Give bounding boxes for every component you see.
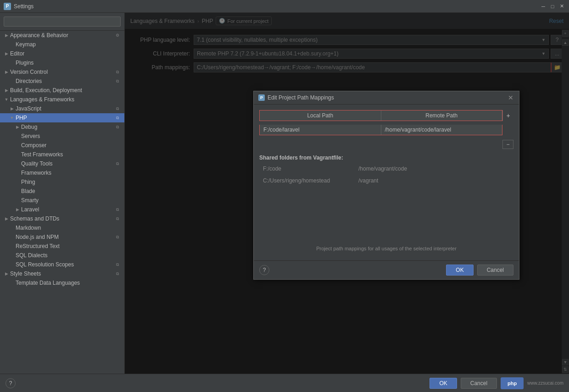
- content-area: Languages & Frameworks › PHP 🕐 For curre…: [125, 13, 569, 374]
- window-title: Settings: [14, 3, 33, 10]
- sidebar-item-javascript[interactable]: ▶ JavaScript ⧉: [0, 104, 124, 113]
- sidebar-item-label: Smarty: [21, 197, 121, 204]
- sidebar-item-label: Composer: [21, 142, 121, 149]
- modal-ok-button[interactable]: OK: [446, 265, 473, 276]
- sidebar-item-smarty[interactable]: Smarty: [0, 196, 124, 205]
- edit-path-mappings-modal: P Edit Project Path Mappings ✕ Local Pat…: [253, 91, 519, 280]
- main-layout: ▶ Appearance & Behavior ⚙ Keymap ▶ Edito…: [0, 13, 569, 374]
- expand-arrow: ▼: [4, 97, 9, 102]
- modal-title: Edit Project Path Mappings: [268, 94, 504, 101]
- sidebar-item-plugins[interactable]: Plugins: [0, 58, 124, 67]
- sidebar-item-test-frameworks[interactable]: Test Frameworks: [0, 150, 124, 159]
- sidebar-item-laravel[interactable]: ▶ Laravel ⧉: [0, 205, 124, 214]
- remote-path-cell[interactable]: /home/vagrant/code/laravel: [381, 125, 502, 135]
- sidebar: ▶ Appearance & Behavior ⚙ Keymap ▶ Edito…: [0, 13, 125, 374]
- no-arrow: [15, 161, 20, 166]
- sidebar-item-markdown[interactable]: Markdown: [0, 223, 124, 232]
- sidebar-item-label: Plugins: [16, 59, 121, 66]
- minimize-button[interactable]: ─: [540, 3, 547, 10]
- no-arrow: [15, 188, 20, 194]
- modal-title-bar: P Edit Project Path Mappings ✕: [254, 91, 519, 105]
- help-icon: ?: [263, 267, 266, 273]
- no-arrow: [9, 60, 15, 66]
- sidebar-item-restructured[interactable]: ReStructured Text: [0, 242, 124, 251]
- sidebar-item-editor[interactable]: ▶ Editor: [0, 49, 124, 58]
- no-arrow: [15, 198, 20, 203]
- remove-mapping-button[interactable]: −: [502, 140, 513, 149]
- modal-icon: P: [258, 94, 265, 101]
- sidebar-item-label: PHP: [16, 114, 114, 121]
- sidebar-item-label: Blade: [21, 188, 121, 195]
- sidebar-item-build[interactable]: ▶ Build, Execution, Deployment: [0, 86, 124, 95]
- modal-footer: ? OK Cancel: [254, 260, 519, 279]
- sidebar-item-php[interactable]: ▼ PHP ⧉: [0, 113, 124, 122]
- sidebar-item-servers[interactable]: Servers: [0, 132, 124, 141]
- sidebar-item-label: Phing: [21, 178, 121, 186]
- sidebar-item-label: SQL Resolution Scopes: [16, 261, 114, 268]
- expand-arrow: ▶: [4, 69, 9, 75]
- sidebar-item-composer[interactable]: Composer: [0, 141, 124, 150]
- add-mapping-button[interactable]: +: [502, 110, 513, 121]
- sidebar-item-directories[interactable]: Directories ⧉: [0, 77, 124, 86]
- shared-folders-title: Shared folders from Vagrantfile:: [259, 155, 513, 161]
- help-icon: ?: [9, 380, 12, 386]
- sidebar-item-nodejs[interactable]: Node.js and NPM ⧉: [0, 232, 124, 242]
- sidebar-item-version-control[interactable]: ▶ Version Control ⧉: [0, 67, 124, 77]
- modal-hint: Project path mappings for all usages of …: [259, 242, 513, 255]
- search-input[interactable]: [4, 17, 121, 27]
- maximize-button[interactable]: □: [549, 3, 556, 10]
- copy-icon: ⧉: [114, 105, 121, 112]
- sidebar-item-sql-resolution[interactable]: SQL Resolution Scopes ⧉: [0, 260, 124, 269]
- ok-button[interactable]: OK: [430, 378, 457, 389]
- sidebar-item-label: Schemas and DTDs: [10, 215, 114, 222]
- copy-icon: ⧉: [114, 271, 121, 277]
- sidebar-item-template-data[interactable]: Template Data Languages: [0, 278, 124, 287]
- copy-icon: ⧉: [114, 78, 121, 84]
- sidebar-item-label: Appearance & Behavior: [10, 32, 114, 39]
- close-button[interactable]: ✕: [558, 3, 565, 10]
- sidebar-item-label: Version Control: [10, 68, 114, 76]
- no-arrow: [9, 243, 15, 249]
- modal-body: Local Path Remote Path + F:/code/laravel…: [254, 105, 519, 260]
- modal-close-button[interactable]: ✕: [507, 94, 514, 101]
- no-arrow: [15, 143, 20, 148]
- sidebar-item-keymap[interactable]: Keymap: [0, 40, 124, 49]
- help-button[interactable]: ?: [6, 378, 16, 388]
- sidebar-item-label: JavaScript: [16, 105, 114, 112]
- local-path-cell[interactable]: F:/code/laravel: [260, 125, 381, 135]
- no-arrow: [9, 262, 15, 267]
- sidebar-item-label: Directories: [16, 77, 114, 85]
- copy-icon: ⧉: [114, 206, 121, 213]
- sidebar-item-label: Editor: [10, 50, 121, 57]
- sidebar-item-sql-dialects[interactable]: SQL Dialects: [0, 251, 124, 260]
- sidebar-item-appearance[interactable]: ▶ Appearance & Behavior ⚙: [0, 31, 124, 40]
- minus-icon: −: [506, 141, 509, 148]
- sidebar-item-frameworks[interactable]: Frameworks: [0, 168, 124, 177]
- no-arrow: [15, 170, 20, 176]
- local-path-header: Local Path: [260, 110, 381, 121]
- sidebar-item-languages[interactable]: ▼ Languages & Frameworks: [0, 95, 124, 104]
- sidebar-item-schemas-dtds[interactable]: ▶ Schemas and DTDs ⧉: [0, 214, 124, 223]
- expand-arrow: ▼: [9, 115, 15, 121]
- no-arrow: [9, 78, 15, 84]
- sidebar-item-blade[interactable]: Blade: [0, 187, 124, 196]
- sidebar-item-style-sheets[interactable]: ▶ Style Sheets ⧉: [0, 269, 124, 278]
- remote-path-header: Remote Path: [381, 110, 502, 121]
- window-controls: ─ □ ✕: [540, 3, 565, 10]
- sidebar-item-phing[interactable]: Phing: [0, 177, 124, 187]
- expand-arrow: ▶: [4, 271, 9, 276]
- cancel-button[interactable]: Cancel: [461, 378, 497, 389]
- modal-help-button[interactable]: ?: [259, 265, 269, 275]
- bottom-bar: ? OK Cancel php www.zzsucai.com: [0, 374, 569, 392]
- minus-btn-row: −: [259, 140, 513, 149]
- modal-cancel-button[interactable]: Cancel: [477, 265, 513, 276]
- sidebar-item-label: Markdown: [16, 224, 121, 232]
- modal-footer-buttons: OK Cancel: [446, 265, 513, 276]
- sidebar-item-debug[interactable]: ▶ Debug ⧉: [0, 122, 124, 132]
- title-bar: P Settings ─ □ ✕: [0, 0, 569, 13]
- shared-remote-2: /vagrant: [358, 177, 378, 184]
- sidebar-item-label: Build, Execution, Deployment: [10, 87, 121, 94]
- shared-local-2: C:/Users/rigeng/homestead: [263, 177, 355, 184]
- sidebar-item-label: Frameworks: [21, 169, 121, 177]
- sidebar-item-quality-tools[interactable]: Quality Tools ⧉: [0, 159, 124, 168]
